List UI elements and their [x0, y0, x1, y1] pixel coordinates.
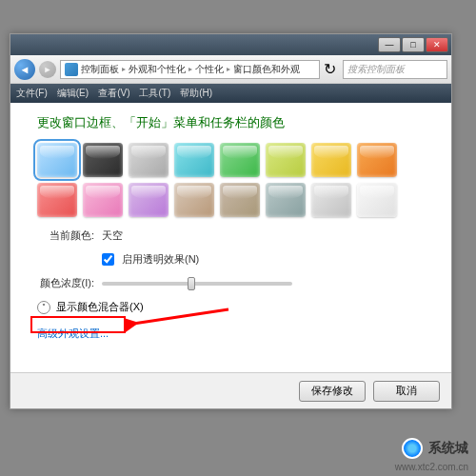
- crumb-2[interactable]: 个性化: [195, 63, 224, 76]
- page-title: 更改窗口边框、「开始」菜单和任务栏的颜色: [37, 114, 425, 131]
- chevron-right-icon: ▸: [122, 65, 126, 73]
- minimize-button[interactable]: —: [378, 37, 401, 52]
- crumb-3[interactable]: 窗口颜色和外观: [233, 63, 300, 76]
- maximize-button[interactable]: □: [402, 37, 425, 52]
- color-swatch-4[interactable]: [220, 143, 260, 177]
- transparency-label: 启用透明效果(N): [122, 252, 199, 267]
- color-mixer-toggle[interactable]: ˅ 显示颜色混合器(X): [37, 300, 425, 314]
- watermark-icon: [402, 438, 423, 459]
- color-swatch-15[interactable]: [357, 183, 397, 217]
- menu-view[interactable]: 查看(V): [98, 87, 129, 100]
- address-bar[interactable]: 控制面板 ▸ 外观和个性化 ▸ 个性化 ▸ 窗口颜色和外观: [60, 60, 320, 79]
- color-swatch-12[interactable]: [220, 183, 260, 217]
- intensity-label: 颜色浓度(I):: [37, 276, 94, 290]
- nav-forward-button: ►: [39, 61, 56, 78]
- close-button[interactable]: ✕: [426, 37, 448, 52]
- color-swatch-8[interactable]: [37, 183, 77, 217]
- search-input[interactable]: 搜索控制面板: [343, 60, 447, 79]
- watermark: 系统城: [402, 438, 468, 459]
- transparency-checkbox[interactable]: [102, 253, 114, 266]
- crumb-1[interactable]: 外观和个性化: [129, 63, 186, 76]
- dialog-footer: 保存修改 取消: [10, 372, 451, 408]
- crumb-0[interactable]: 控制面板: [81, 63, 119, 76]
- chevron-right-icon: ▸: [188, 65, 192, 73]
- color-swatch-6[interactable]: [311, 143, 351, 177]
- save-button[interactable]: 保存修改: [299, 381, 366, 402]
- color-swatch-grid: [37, 143, 425, 217]
- color-swatch-5[interactable]: [266, 143, 306, 177]
- color-swatch-0[interactable]: [37, 143, 77, 177]
- nav-back-button[interactable]: ◄: [14, 59, 35, 80]
- chevron-down-icon: ˅: [37, 301, 50, 314]
- current-color-label: 当前颜色:: [37, 228, 94, 243]
- title-bar: — □ ✕: [10, 34, 451, 55]
- color-swatch-14[interactable]: [311, 183, 351, 217]
- color-swatch-11[interactable]: [174, 183, 214, 217]
- watermark-text: 系统城: [428, 440, 468, 457]
- window-frame: — □ ✕ ◄ ► 控制面板 ▸ 外观和个性化 ▸ 个性化 ▸ 窗口颜色和外观 …: [10, 33, 452, 409]
- color-swatch-7[interactable]: [357, 143, 397, 177]
- chevron-right-icon: ▸: [227, 65, 230, 73]
- menu-bar: 文件(F) 编辑(E) 查看(V) 工具(T) 帮助(H): [10, 84, 451, 103]
- mixer-label: 显示颜色混合器(X): [56, 300, 144, 314]
- color-swatch-3[interactable]: [174, 143, 214, 177]
- control-panel-icon: [65, 63, 78, 76]
- menu-edit[interactable]: 编辑(E): [57, 87, 89, 100]
- color-swatch-13[interactable]: [266, 183, 306, 217]
- refresh-icon[interactable]: ↻: [324, 60, 339, 78]
- content-area: 更改窗口边框、「开始」菜单和任务栏的颜色 当前颜色: 天空 启用透明效果(N) …: [10, 103, 451, 372]
- menu-tools[interactable]: 工具(T): [139, 87, 170, 100]
- slider-thumb[interactable]: [188, 277, 195, 290]
- menu-file[interactable]: 文件(F): [16, 87, 48, 100]
- nav-bar: ◄ ► 控制面板 ▸ 外观和个性化 ▸ 个性化 ▸ 窗口颜色和外观 ↻ 搜索控制…: [10, 55, 451, 84]
- intensity-slider[interactable]: [102, 282, 292, 286]
- color-swatch-10[interactable]: [129, 183, 169, 217]
- watermark-url: www.xtc2.com.cn: [395, 462, 468, 472]
- color-swatch-2[interactable]: [129, 143, 169, 177]
- color-swatch-9[interactable]: [83, 183, 123, 217]
- current-color-value: 天空: [102, 228, 123, 243]
- cancel-button[interactable]: 取消: [373, 381, 440, 402]
- advanced-appearance-link[interactable]: 高级外观设置...: [37, 327, 109, 341]
- color-swatch-1[interactable]: [83, 143, 123, 177]
- menu-help[interactable]: 帮助(H): [180, 87, 212, 100]
